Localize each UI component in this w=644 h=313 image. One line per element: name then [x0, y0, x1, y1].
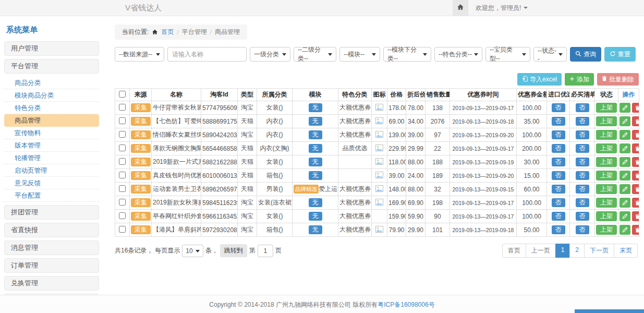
delete-button[interactable] — [632, 103, 639, 113]
sidebar-item-goods-management[interactable]: 商品管理 — [4, 114, 99, 127]
edit-button[interactable] — [619, 143, 630, 153]
name-search-input[interactable] — [167, 47, 247, 62]
module-badge[interactable]: 无 — [309, 117, 322, 126]
delete-button[interactable] — [632, 130, 639, 140]
module-badge[interactable]: 无 — [309, 171, 322, 180]
module-badge[interactable]: 无 — [309, 158, 322, 166]
module-select[interactable]: --模块-- — [339, 47, 380, 62]
source-badge[interactable]: 采集 — [131, 225, 151, 234]
status-badge[interactable]: 上架 — [596, 157, 617, 167]
sidebar-item-platform-config[interactable]: 平台配置 — [4, 189, 99, 202]
level2-category-select[interactable]: --二级分类-- — [294, 47, 336, 62]
delete-button[interactable] — [632, 143, 639, 153]
module-sub-category-select[interactable]: --模块下分类-- — [383, 47, 431, 62]
first-page-button[interactable]: 首页 — [502, 244, 526, 258]
data-source-select[interactable]: --数据来源-- — [115, 47, 164, 62]
sidebar-item-order-management[interactable]: 订单管理 — [4, 258, 99, 273]
sidebar-item-version-management[interactable]: 版本管理 — [4, 139, 99, 152]
edit-button[interactable] — [619, 130, 630, 140]
status-badge[interactable]: 上架 — [596, 198, 617, 208]
jump-to-button[interactable]: 跳转到 — [220, 244, 247, 257]
edit-button[interactable] — [619, 211, 630, 221]
must-buy-badge[interactable]: 否 — [576, 212, 589, 221]
row-checkbox[interactable] — [119, 145, 126, 151]
import-select-badge[interactable]: 否 — [552, 225, 565, 234]
edit-button[interactable] — [619, 184, 630, 194]
edit-button[interactable] — [619, 171, 630, 180]
source-badge[interactable]: 采集 — [131, 212, 151, 221]
next-page-button[interactable]: 下一页 — [584, 244, 614, 258]
status-badge[interactable]: 上架 — [596, 116, 617, 126]
query-button[interactable]: 查询 — [570, 47, 601, 62]
module-badge[interactable]: 无 — [309, 103, 322, 112]
must-buy-badge[interactable]: 否 — [576, 198, 589, 207]
must-buy-badge[interactable]: 否 — [576, 117, 589, 126]
delete-button[interactable] — [632, 171, 639, 180]
import-select-badge[interactable]: 否 — [552, 198, 565, 207]
per-page-select[interactable]: 10 — [182, 245, 203, 257]
row-checkbox[interactable] — [119, 185, 126, 192]
sidebar-item-promo-materials[interactable]: 宣传物料 — [4, 127, 99, 139]
reset-button[interactable]: 重置 — [604, 47, 636, 62]
sidebar-item-group-buy-management[interactable]: 拼团管理 — [4, 205, 99, 220]
status-badge[interactable]: 上架 — [596, 171, 617, 180]
sidebar-item-carousel-management[interactable]: 轮播管理 — [4, 152, 99, 164]
must-buy-badge[interactable]: 否 — [576, 103, 589, 112]
status-badge[interactable]: 上架 — [596, 130, 617, 140]
source-badge[interactable]: 采集 — [131, 198, 151, 207]
item-type-select[interactable]: --宝贝类型-- — [485, 47, 530, 62]
status-badge[interactable]: 上架 — [596, 103, 617, 113]
must-buy-badge[interactable]: 否 — [576, 130, 589, 139]
sidebar-item-feature-category[interactable]: 特色分类 — [4, 102, 99, 114]
select-all-checkbox[interactable] — [119, 91, 126, 98]
icp-link[interactable]: 粤ICP备16098006号 — [378, 301, 434, 308]
sidebar-item-feedback[interactable]: 意见反馈 — [4, 177, 99, 189]
edit-button[interactable] — [619, 157, 630, 167]
page-1-button[interactable]: 1 — [555, 244, 570, 258]
module-badge[interactable]: 无 — [309, 144, 322, 153]
row-checkbox[interactable] — [119, 131, 126, 138]
import-select-badge[interactable]: 否 — [552, 158, 565, 166]
page-2-button[interactable]: 2 — [569, 244, 585, 258]
sidebar-item-message-management[interactable]: 消息管理 — [4, 240, 99, 255]
module-badge[interactable]: 无 — [309, 198, 322, 207]
status-badge[interactable]: 上架 — [596, 184, 617, 194]
row-checkbox[interactable] — [119, 199, 126, 206]
module-badge[interactable]: 无 — [309, 212, 322, 221]
source-badge[interactable]: 采集 — [131, 158, 151, 166]
sidebar-item-user-management[interactable]: 用户管理 — [4, 41, 99, 56]
feature-category-select[interactable]: --特色分类-- — [434, 47, 482, 62]
row-checkbox[interactable] — [119, 117, 126, 124]
source-badge[interactable]: 采集 — [131, 130, 151, 139]
source-badge[interactable]: 采集 — [131, 185, 151, 194]
import-select-badge[interactable]: 否 — [552, 185, 565, 194]
row-checkbox[interactable] — [119, 226, 126, 233]
module-badge[interactable]: 无 — [309, 225, 322, 234]
sidebar-item-platform-management[interactable]: 平台管理 — [4, 59, 99, 74]
delete-button[interactable] — [632, 198, 639, 208]
import-select-badge[interactable]: 否 — [552, 117, 565, 126]
must-buy-badge[interactable]: 否 — [576, 185, 589, 194]
last-page-button[interactable]: 末页 — [614, 244, 638, 258]
status-select[interactable]: --状态-- — [533, 47, 567, 62]
import-select-badge[interactable]: 否 — [552, 103, 565, 112]
breadcrumb-home-link[interactable]: 首页 — [161, 28, 174, 37]
delete-button[interactable] — [632, 211, 639, 221]
sidebar-item-express-news[interactable]: 省直快报 — [4, 223, 99, 237]
import-select-badge[interactable]: 否 — [552, 171, 565, 180]
import-select-badge[interactable]: 否 — [552, 130, 565, 139]
level1-category-select[interactable]: 一级分类 — [250, 47, 290, 62]
delete-button[interactable] — [632, 116, 639, 126]
row-checkbox[interactable] — [119, 104, 126, 111]
sidebar-item-splash-page-management[interactable]: 启动页管理 — [4, 164, 99, 177]
source-badge[interactable]: 采集 — [131, 117, 151, 126]
import-excel-button[interactable]: 导入excel — [517, 73, 562, 86]
user-menu[interactable]: 欢迎您，管理员! — [468, 4, 528, 13]
edit-button[interactable] — [619, 225, 630, 235]
status-badge[interactable]: 上架 — [596, 143, 617, 153]
delete-button[interactable] — [632, 157, 639, 167]
sidebar-item-exchange-management[interactable]: 兑换管理 — [4, 276, 99, 291]
sidebar-item-module-goods-category[interactable]: 模块商品分类 — [4, 89, 99, 102]
import-select-badge[interactable]: 否 — [552, 212, 565, 221]
import-select-badge[interactable]: 否 — [552, 144, 565, 153]
